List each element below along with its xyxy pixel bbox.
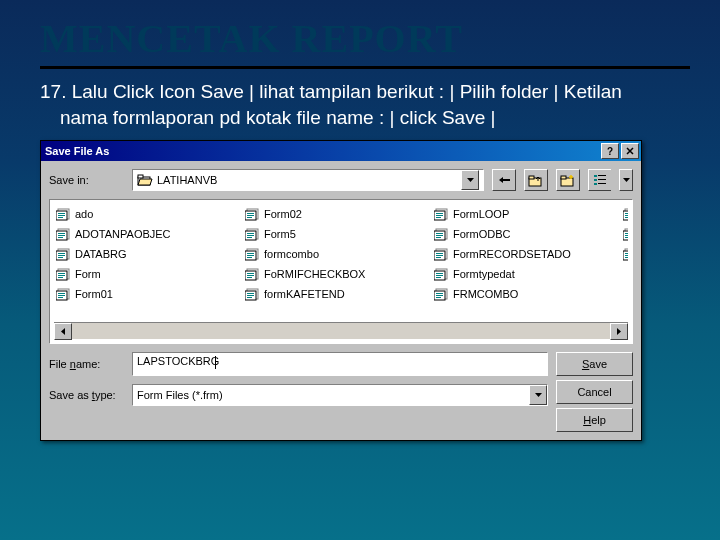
list-view-icon[interactable] (588, 169, 611, 191)
save-in-dropdown[interactable]: LATIHANVB (132, 169, 484, 191)
title-divider (40, 66, 690, 69)
list-item[interactable]: DATABRG (54, 244, 243, 264)
folder-open-icon (137, 173, 153, 187)
list-item[interactable]: Form5 (243, 224, 432, 244)
svg-rect-42 (247, 217, 252, 218)
form-file-icon (434, 247, 450, 261)
svg-rect-66 (436, 215, 443, 216)
svg-rect-45 (247, 233, 254, 234)
file-list: adoADOTANPAOBJECDATABRGFormForm01Form02F… (49, 199, 633, 344)
save-file-as-dialog: Save File As ? Save in: LATIHANVB (40, 140, 642, 441)
svg-rect-32 (58, 277, 63, 278)
list-item[interactable]: formKAFETEND (243, 284, 432, 304)
horizontal-scrollbar[interactable] (54, 322, 628, 339)
saveastype-dropdown[interactable]: Form Files (*.frm) (132, 384, 548, 406)
svg-rect-2 (502, 179, 510, 181)
svg-rect-61 (247, 295, 254, 296)
svg-rect-8 (598, 175, 606, 176)
svg-rect-27 (58, 257, 63, 258)
help-button[interactable]: Help (556, 408, 633, 432)
svg-rect-50 (247, 253, 254, 254)
cancel-button[interactable]: Cancel (556, 380, 633, 404)
svg-rect-60 (247, 293, 254, 294)
form-file-icon (434, 287, 450, 301)
new-folder-icon[interactable] (556, 169, 580, 191)
svg-rect-7 (594, 175, 597, 177)
list-item[interactable]: FRMDERET (621, 244, 628, 264)
form-file-icon (56, 227, 72, 241)
form-file-icon (245, 247, 261, 261)
svg-rect-77 (436, 257, 441, 258)
filename-input[interactable]: LAPSTOCKBRG (132, 352, 548, 376)
svg-rect-37 (58, 297, 63, 298)
list-item[interactable]: Form02 (243, 204, 432, 224)
form-file-icon (623, 227, 628, 241)
close-icon[interactable] (621, 143, 639, 159)
svg-rect-10 (598, 179, 606, 180)
list-item[interactable]: ado (54, 204, 243, 224)
list-item[interactable]: Frmdatabase (621, 204, 628, 224)
saveastype-label: Save as type: (49, 389, 124, 401)
list-item[interactable]: FormLOOP (432, 204, 621, 224)
up-one-level-icon[interactable] (524, 169, 548, 191)
svg-rect-17 (58, 217, 63, 218)
svg-rect-1 (138, 175, 143, 178)
form-file-icon (434, 227, 450, 241)
save-button[interactable]: Save (556, 352, 633, 376)
list-item[interactable]: Form (54, 264, 243, 284)
svg-rect-95 (625, 233, 628, 234)
svg-rect-35 (58, 293, 65, 294)
svg-rect-6 (561, 176, 566, 179)
form-file-icon (245, 267, 261, 281)
svg-rect-12 (598, 183, 606, 184)
list-item[interactable]: ADOTANPAOBJEC (54, 224, 243, 244)
svg-rect-20 (58, 233, 65, 234)
svg-rect-56 (247, 275, 254, 276)
svg-rect-82 (436, 277, 441, 278)
svg-rect-76 (436, 255, 443, 256)
svg-rect-47 (247, 237, 252, 238)
svg-rect-22 (58, 237, 63, 238)
svg-rect-70 (436, 233, 443, 234)
page-title: MENCETAK REPORT (40, 15, 690, 62)
list-item[interactable]: Formtypedat (432, 264, 621, 284)
svg-rect-55 (247, 273, 254, 274)
back-icon[interactable] (492, 169, 516, 191)
dialog-title: Save File As (45, 145, 599, 157)
scroll-left-icon[interactable] (54, 323, 72, 340)
form-file-icon (245, 207, 261, 221)
svg-rect-52 (247, 257, 252, 258)
svg-rect-46 (247, 235, 254, 236)
svg-rect-81 (436, 275, 443, 276)
form-file-icon (56, 207, 72, 221)
svg-rect-100 (625, 253, 628, 254)
form-file-icon (623, 207, 628, 221)
details-view-icon[interactable] (619, 169, 633, 191)
svg-rect-16 (58, 215, 65, 216)
chevron-down-icon[interactable] (461, 170, 479, 190)
svg-rect-90 (625, 213, 628, 214)
svg-rect-86 (436, 295, 443, 296)
svg-rect-51 (247, 255, 254, 256)
svg-rect-26 (58, 255, 65, 256)
help-button-icon[interactable]: ? (601, 143, 619, 159)
list-item[interactable]: FormRECORDSETADO (432, 244, 621, 264)
chevron-down-icon[interactable] (529, 385, 547, 405)
list-item[interactable]: formcombo (243, 244, 432, 264)
form-file-icon (245, 227, 261, 241)
svg-rect-92 (625, 217, 628, 218)
svg-rect-9 (594, 179, 597, 181)
svg-rect-41 (247, 215, 254, 216)
svg-rect-65 (436, 213, 443, 214)
svg-rect-30 (58, 273, 65, 274)
svg-rect-31 (58, 275, 65, 276)
list-item[interactable]: FrmDE (621, 224, 628, 244)
list-item[interactable]: FormODBC (432, 224, 621, 244)
form-file-icon (56, 267, 72, 281)
dialog-titlebar[interactable]: Save File As ? (41, 141, 641, 161)
list-item[interactable]: FRMCOMBO (432, 284, 621, 304)
list-item[interactable]: FoRMIFCHECKBOX (243, 264, 432, 284)
scroll-right-icon[interactable] (610, 323, 628, 340)
list-item[interactable]: Form01 (54, 284, 243, 304)
svg-rect-57 (247, 277, 252, 278)
